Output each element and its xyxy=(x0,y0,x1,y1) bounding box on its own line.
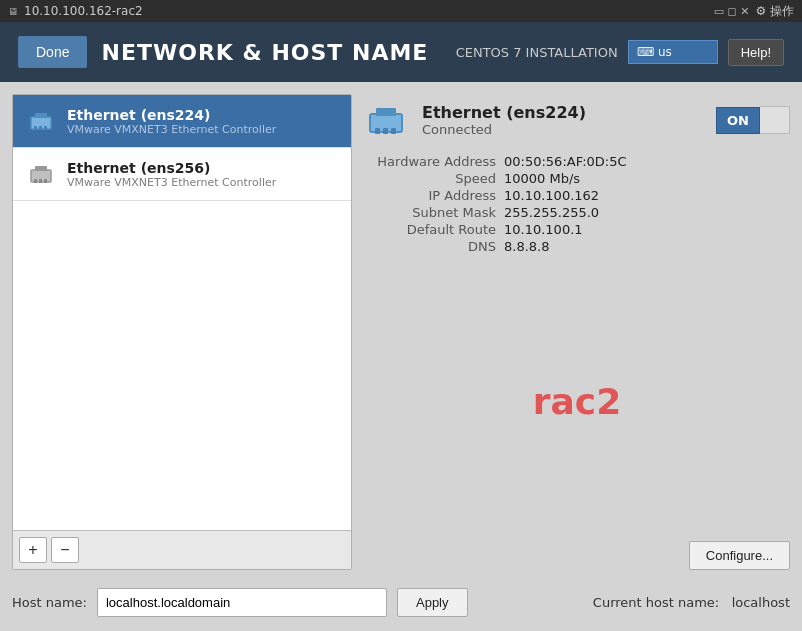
configure-btn-row: Configure... xyxy=(364,537,790,570)
subnet-row: Subnet Mask 255.255.255.0 xyxy=(364,205,790,220)
ip-address-label: IP Address xyxy=(364,188,504,203)
current-hostname-value: localhost xyxy=(732,595,790,610)
interface-detail-panel: Ethernet (ens224) Connected ON Hardware … xyxy=(364,94,790,570)
svg-rect-14 xyxy=(391,128,396,134)
hostname-display: rac2 xyxy=(364,264,790,529)
interface-buttons: + − xyxy=(13,530,351,569)
interface-desc-ens256: VMware VMXNET3 Ethernet Controller xyxy=(67,176,276,189)
route-value: 10.10.100.1 xyxy=(504,222,583,237)
interface-text-ens224: Ethernet (ens224) VMware VMXNET3 Etherne… xyxy=(67,107,276,136)
toggle-on-label[interactable]: ON xyxy=(716,107,760,134)
hardware-address-value: 00:50:56:AF:0D:5C xyxy=(504,154,627,169)
svg-rect-6 xyxy=(35,166,47,171)
svg-rect-8 xyxy=(39,179,42,183)
keyboard-value: us xyxy=(658,45,672,59)
toggle-off-area[interactable] xyxy=(760,106,790,134)
svg-rect-4 xyxy=(44,126,47,130)
hardware-address-label: Hardware Address xyxy=(364,154,504,169)
dns-label: DNS xyxy=(364,239,504,254)
route-label: Default Route xyxy=(364,222,504,237)
configure-button[interactable]: Configure... xyxy=(689,541,790,570)
speed-label: Speed xyxy=(364,171,504,186)
titlebar: 🖥 10.10.100.162-rac2 ▭ ◻ ✕ ⚙ 操作 xyxy=(0,0,802,22)
toggle-switch[interactable]: ON xyxy=(716,106,790,134)
hostname-input[interactable] xyxy=(97,588,387,617)
dns-value: 8.8.8.8 xyxy=(504,239,549,254)
svg-rect-2 xyxy=(34,126,37,130)
titlebar-controls: ▭ ◻ ✕ xyxy=(714,5,750,18)
interface-name-ens224: Ethernet (ens224) xyxy=(67,107,276,123)
hostname-field-label: Host name: xyxy=(12,595,87,610)
done-button[interactable]: Done xyxy=(18,36,87,68)
svg-rect-12 xyxy=(375,128,380,134)
content-area: Ethernet (ens224) VMware VMXNET3 Etherne… xyxy=(0,82,802,631)
bottom-bar: Host name: Apply Current host name: loca… xyxy=(12,580,790,619)
centos-label: CENTOS 7 INSTALLATION xyxy=(456,45,618,60)
subnet-value: 255.255.255.0 xyxy=(504,205,599,220)
current-hostname-display: Current host name: localhost xyxy=(478,595,790,610)
ethernet-icon-ens256 xyxy=(25,158,57,190)
interface-name-ens256: Ethernet (ens256) xyxy=(67,160,276,176)
middle-row: Ethernet (ens224) VMware VMXNET3 Etherne… xyxy=(12,94,790,570)
network-icon: 🖥 xyxy=(8,6,18,17)
interface-detail-name: Ethernet (ens224) xyxy=(422,103,586,122)
svg-rect-9 xyxy=(44,179,47,183)
detail-table: Hardware Address 00:50:56:AF:0D:5C Speed… xyxy=(364,154,790,256)
interface-item-ens224[interactable]: Ethernet (ens224) VMware VMXNET3 Etherne… xyxy=(13,95,351,148)
add-interface-button[interactable]: + xyxy=(19,537,47,563)
interface-detail-header: Ethernet (ens224) Connected ON xyxy=(364,94,790,146)
speed-value: 10000 Mb/s xyxy=(504,171,580,186)
svg-rect-7 xyxy=(34,179,37,183)
ethernet-icon-ens224 xyxy=(25,105,57,137)
interface-detail-info: Ethernet (ens224) Connected xyxy=(422,103,586,137)
keyboard-icon: ⌨ xyxy=(637,45,654,59)
page-title: NETWORK & HOST NAME xyxy=(101,40,428,65)
help-button[interactable]: Help! xyxy=(728,39,784,66)
interface-desc-ens224: VMware VMXNET3 Ethernet Controller xyxy=(67,123,276,136)
keyboard-field: ⌨ us xyxy=(628,40,718,64)
header-bar: Done NETWORK & HOST NAME CENTOS 7 INSTAL… xyxy=(0,22,802,82)
svg-rect-3 xyxy=(39,126,42,130)
gear-icon[interactable]: ⚙ 操作 xyxy=(755,3,794,20)
hardware-address-row: Hardware Address 00:50:56:AF:0D:5C xyxy=(364,154,790,169)
interface-list-panel: Ethernet (ens224) VMware VMXNET3 Etherne… xyxy=(12,94,352,570)
remove-interface-button[interactable]: − xyxy=(51,537,79,563)
dns-row: DNS 8.8.8.8 xyxy=(364,239,790,254)
interface-detail-left: Ethernet (ens224) Connected xyxy=(364,98,586,142)
apply-button[interactable]: Apply xyxy=(397,588,468,617)
svg-rect-11 xyxy=(376,108,396,116)
ip-address-row: IP Address 10.10.100.162 xyxy=(364,188,790,203)
titlebar-title: 10.10.100.162-rac2 xyxy=(24,4,143,18)
main-window: Done NETWORK & HOST NAME CENTOS 7 INSTAL… xyxy=(0,22,802,631)
ethernet-detail-icon xyxy=(364,98,408,142)
svg-rect-1 xyxy=(35,113,47,118)
interface-list: Ethernet (ens224) VMware VMXNET3 Etherne… xyxy=(13,95,351,530)
interface-detail-status: Connected xyxy=(422,122,586,137)
subnet-label: Subnet Mask xyxy=(364,205,504,220)
svg-rect-13 xyxy=(383,128,388,134)
current-hostname-label: Current host name: xyxy=(593,595,719,610)
interface-text-ens256: Ethernet (ens256) VMware VMXNET3 Etherne… xyxy=(67,160,276,189)
ip-address-value: 10.10.100.162 xyxy=(504,188,599,203)
route-row: Default Route 10.10.100.1 xyxy=(364,222,790,237)
speed-row: Speed 10000 Mb/s xyxy=(364,171,790,186)
interface-item-ens256[interactable]: Ethernet (ens256) VMware VMXNET3 Etherne… xyxy=(13,148,351,201)
